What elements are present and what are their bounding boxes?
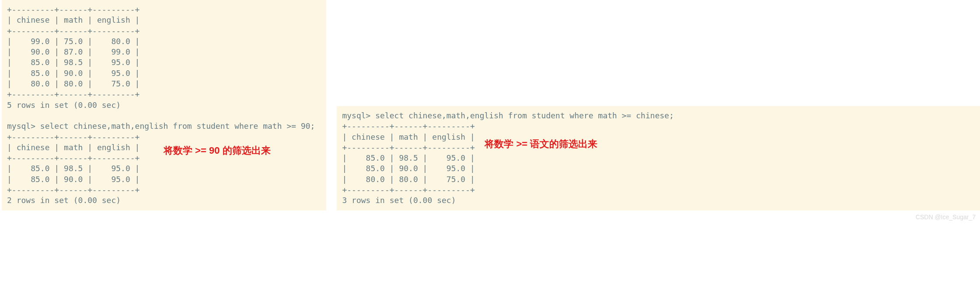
table2-footer: 2 rows in set (0.00 sec) [7,195,321,206]
page-root: +---------+------+---------+ | chinese |… [0,0,980,221]
table-row: | 80.0 | 80.0 | 75.0 | [342,174,975,185]
query-line: mysql> select chinese,math,english from … [342,110,975,121]
table-header: | chinese | math | english | [342,132,975,142]
annotation-left: 将数学 >= 90 的筛选出来 [164,144,271,157]
table1-row: | 90.0 | 87.0 | 99.0 | [7,47,321,57]
table-border-mid: +---------+------+---------+ [342,142,975,153]
table2-row: | 85.0 | 98.5 | 95.0 | [7,163,321,174]
annotation-right: 将数学 >= 语文的筛选出来 [485,138,597,151]
table-row: | 85.0 | 98.5 | 95.0 | [342,153,975,163]
table2-border-bot: +---------+------+---------+ [7,185,321,195]
table1-border-bot: +---------+------+---------+ [7,89,321,100]
table1-row: | 85.0 | 90.0 | 95.0 | [7,68,321,79]
table1-row: | 99.0 | 75.0 | 80.0 | [7,36,321,47]
table1-border-mid: +---------+------+---------+ [7,26,321,36]
table1-footer: 5 rows in set (0.00 sec) [7,100,321,110]
table1-header: | chinese | math | english | [7,15,321,25]
blank-line [7,110,321,121]
left-panel: +---------+------+---------+ | chinese |… [2,0,326,210]
table1-row: | 85.0 | 98.5 | 95.0 | [7,57,321,68]
table1-row: | 80.0 | 80.0 | 75.0 | [7,79,321,89]
table-row: | 85.0 | 90.0 | 95.0 | [342,163,975,174]
table-footer: 3 rows in set (0.00 sec) [342,195,975,206]
table2-border-top: +---------+------+---------+ [7,132,321,142]
watermark: CSDN @Ice_Sugar_7 [916,214,976,221]
query-line: mysql> select chinese,math,english from … [7,121,321,131]
right-panel: mysql> select chinese,math,english from … [337,106,980,210]
table2-row: | 85.0 | 90.0 | 95.0 | [7,174,321,185]
table1-border-top: +---------+------+---------+ [7,4,321,15]
table-border-bot: +---------+------+---------+ [342,185,975,195]
table-border-top: +---------+------+---------+ [342,121,975,131]
